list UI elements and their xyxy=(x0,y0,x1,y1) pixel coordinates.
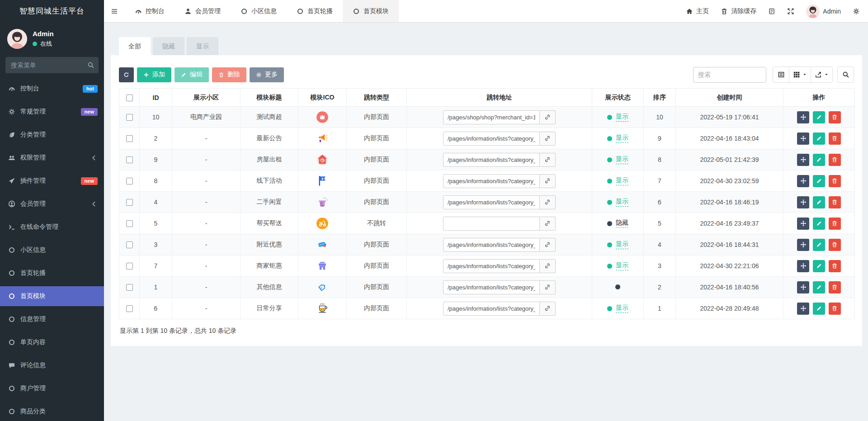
row-checkbox[interactable] xyxy=(126,199,133,206)
url-input[interactable] xyxy=(443,174,540,188)
nav-tab-控制台[interactable]: 控制台 xyxy=(125,0,175,22)
link-button[interactable] xyxy=(540,153,556,167)
refresh-button[interactable] xyxy=(119,67,134,82)
move-button[interactable] xyxy=(797,175,809,187)
link-button[interactable] xyxy=(540,280,556,294)
link-button[interactable] xyxy=(540,195,556,209)
hamburger-icon[interactable] xyxy=(104,0,125,22)
sidebar-item-常规管理[interactable]: 常规管理new xyxy=(0,102,104,122)
move-button[interactable] xyxy=(797,154,809,166)
select-all-checkbox[interactable] xyxy=(126,95,133,101)
export-button[interactable] xyxy=(811,66,833,83)
menu-search-input[interactable] xyxy=(5,57,99,73)
row-delete-button[interactable] xyxy=(829,154,841,166)
url-input[interactable] xyxy=(443,132,540,146)
row-delete-button[interactable] xyxy=(829,218,841,230)
sidebar-item-分类管理[interactable]: 分类管理 xyxy=(0,125,104,145)
row-checkbox[interactable] xyxy=(126,156,133,163)
status-badge[interactable]: 显示 xyxy=(607,134,628,143)
row-edit-button[interactable] xyxy=(813,303,825,315)
status-badge[interactable]: 显示 xyxy=(607,198,628,207)
link-button[interactable] xyxy=(540,110,556,124)
status-badge[interactable]: 显示 xyxy=(607,155,628,164)
row-checkbox[interactable] xyxy=(126,263,133,270)
row-edit-button[interactable] xyxy=(813,196,825,208)
table-search-input[interactable] xyxy=(693,67,766,83)
sidebar-item-信息管理[interactable]: 信息管理 xyxy=(0,309,104,329)
delete-button[interactable]: 删除 xyxy=(212,67,246,82)
sidebar-item-首页轮播[interactable]: 首页轮播 xyxy=(0,263,104,283)
row-edit-button[interactable] xyxy=(813,132,825,145)
row-edit-button[interactable] xyxy=(813,154,825,166)
more-button[interactable]: 更多 xyxy=(250,67,284,82)
url-input[interactable] xyxy=(443,153,540,167)
url-input[interactable] xyxy=(443,238,540,252)
clear-cache-button[interactable]: 清除缓存 xyxy=(721,7,756,15)
sidebar-item-控制台[interactable]: 控制台hot xyxy=(0,79,104,99)
sidebar-item-商品分类[interactable]: 商品分类 xyxy=(0,402,104,421)
sidebar-item-会员管理[interactable]: 会员管理 xyxy=(0,194,104,214)
url-input[interactable] xyxy=(443,217,540,231)
sidebar-item-商户管理[interactable]: 商户管理 xyxy=(0,378,104,398)
nav-tab-会员管理[interactable]: 会员管理 xyxy=(175,0,231,22)
link-button[interactable] xyxy=(540,238,556,252)
row-checkbox[interactable] xyxy=(126,178,133,184)
row-delete-button[interactable] xyxy=(829,111,841,123)
row-checkbox[interactable] xyxy=(126,135,133,142)
row-checkbox[interactable] xyxy=(126,114,133,121)
link-button[interactable] xyxy=(540,174,556,188)
user-menu[interactable]: Admin xyxy=(806,5,841,18)
sidebar-item-小区信息[interactable]: 小区信息 xyxy=(0,240,104,260)
language-button[interactable] xyxy=(768,8,775,15)
detail-view-button[interactable] xyxy=(773,66,789,83)
move-button[interactable] xyxy=(797,218,809,230)
filter-tab-显示[interactable]: 显示 xyxy=(187,37,218,55)
move-button[interactable] xyxy=(797,239,809,251)
sidebar-item-单页内容[interactable]: 单页内容 xyxy=(0,332,104,352)
status-badge[interactable]: 显示 xyxy=(607,176,628,185)
move-button[interactable] xyxy=(797,132,809,145)
move-button[interactable] xyxy=(797,196,809,208)
row-edit-button[interactable] xyxy=(813,175,825,187)
row-edit-button[interactable] xyxy=(813,281,825,293)
search-button[interactable] xyxy=(837,66,854,83)
row-edit-button[interactable] xyxy=(813,218,825,230)
status-badge[interactable]: 显示 xyxy=(607,113,628,122)
move-button[interactable] xyxy=(797,303,809,315)
nav-tab-小区信息[interactable]: 小区信息 xyxy=(231,0,287,22)
status-badge[interactable]: 显示 xyxy=(607,240,628,249)
row-delete-button[interactable] xyxy=(829,239,841,251)
url-input[interactable] xyxy=(443,110,540,124)
move-button[interactable] xyxy=(797,260,809,272)
row-delete-button[interactable] xyxy=(829,175,841,187)
row-delete-button[interactable] xyxy=(829,196,841,208)
row-edit-button[interactable] xyxy=(813,111,825,123)
row-delete-button[interactable] xyxy=(829,132,841,145)
row-checkbox[interactable] xyxy=(126,284,133,291)
row-delete-button[interactable] xyxy=(829,303,841,315)
move-button[interactable] xyxy=(797,111,809,123)
status-badge[interactable] xyxy=(615,284,620,289)
status-badge[interactable]: 隐藏 xyxy=(607,219,628,228)
filter-tab-全部[interactable]: 全部 xyxy=(119,37,151,55)
row-edit-button[interactable] xyxy=(813,260,825,272)
link-button[interactable] xyxy=(540,132,556,146)
row-checkbox[interactable] xyxy=(126,220,133,227)
sidebar-item-权限管理[interactable]: 权限管理 xyxy=(0,148,104,168)
edit-button[interactable]: 编辑 xyxy=(175,67,209,82)
row-checkbox[interactable] xyxy=(126,305,133,312)
move-button[interactable] xyxy=(797,281,809,293)
home-button[interactable]: 主页 xyxy=(686,7,709,15)
settings-button[interactable] xyxy=(853,8,860,15)
nav-tab-首页模块[interactable]: 首页模块 xyxy=(343,0,399,22)
url-input[interactable] xyxy=(443,280,540,294)
filter-tab-隐藏[interactable]: 隐藏 xyxy=(153,37,184,55)
sidebar-item-插件管理[interactable]: 插件管理new xyxy=(0,171,104,191)
row-delete-button[interactable] xyxy=(829,260,841,272)
link-button[interactable] xyxy=(540,302,556,316)
row-delete-button[interactable] xyxy=(829,281,841,293)
nav-tab-首页轮播[interactable]: 首页轮播 xyxy=(287,0,343,22)
url-input[interactable] xyxy=(443,195,540,209)
add-button[interactable]: 添加 xyxy=(137,67,171,82)
fullscreen-button[interactable] xyxy=(787,8,794,15)
